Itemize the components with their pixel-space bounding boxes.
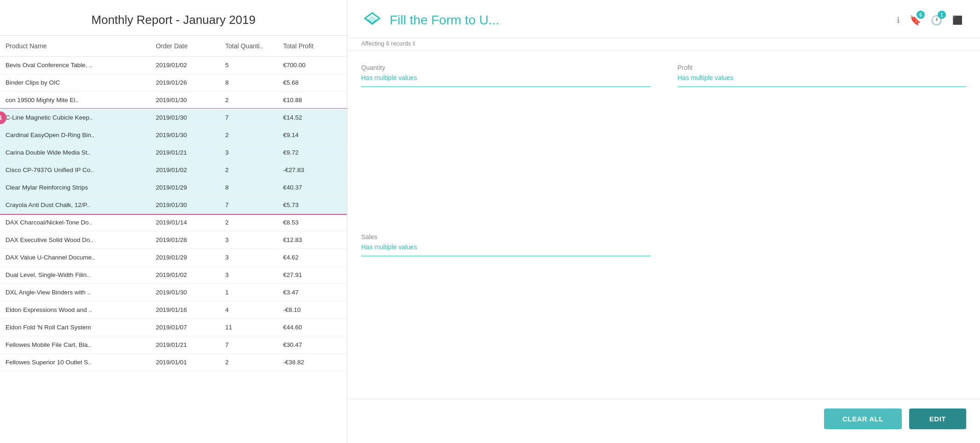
app-logo xyxy=(361,9,383,31)
cell-profit: €9.14 xyxy=(277,127,347,144)
history-button[interactable]: 🕐 1 xyxy=(928,12,945,29)
cell-profit: -€38.82 xyxy=(277,354,347,371)
cell-order-date: 2019/01/21 xyxy=(150,336,220,354)
cell-product-name: DXL Angle-View Binders with .. xyxy=(0,284,150,301)
cell-profit: €5.73 xyxy=(277,196,347,214)
cell-profit: €27.91 xyxy=(277,266,347,284)
header-actions: 🔖 6 🕐 1 ⬛ xyxy=(906,12,966,29)
cell-quantity: 1 xyxy=(220,284,278,301)
cell-quantity: 4 xyxy=(220,301,278,319)
table-row[interactable]: Clear Mylar Reinforcing Strips2019/01/29… xyxy=(0,179,347,196)
table-row[interactable]: Eldon Expressions Wood and ..2019/01/164… xyxy=(0,301,347,319)
cell-profit: €14.52 xyxy=(277,109,347,127)
cell-quantity: 7 xyxy=(220,196,278,214)
quantity-value[interactable]: Has multiple values xyxy=(361,74,650,87)
cell-order-date: 2019/01/29 xyxy=(150,249,220,266)
cell-product-name: DAX Executive Solid Wood Do.. xyxy=(0,231,150,249)
col-header-qty: Total Quanti.. xyxy=(220,36,278,57)
cell-profit: €44.60 xyxy=(277,319,347,336)
affecting-info-icon[interactable]: ℹ xyxy=(413,40,415,47)
bookmark-button[interactable]: 🔖 6 xyxy=(906,12,924,29)
cell-quantity: 3 xyxy=(220,266,278,284)
cell-product-name: Fellowes Superior 10 Outlet S.. xyxy=(0,354,150,371)
cell-quantity: 3 xyxy=(220,249,278,266)
cell-profit: €4.62 xyxy=(277,249,347,266)
cell-order-date: 2019/01/30 xyxy=(150,127,220,144)
profit-value[interactable]: Has multiple values xyxy=(678,74,967,87)
cell-quantity: 2 xyxy=(220,127,278,144)
table-row[interactable]: Eldon Fold 'N Roll Cart System2019/01/07… xyxy=(0,319,347,336)
cell-product-name: Fellowes Mobile File Cart, Bla.. xyxy=(0,336,150,354)
table-row[interactable]: Fellowes Superior 10 Outlet S..2019/01/0… xyxy=(0,354,347,371)
table-row[interactable]: DAX Charcoal/Nickel-Tone Do..2019/01/142… xyxy=(0,214,347,231)
cell-order-date: 2019/01/14 xyxy=(150,214,220,231)
table-container: Product Name Order Date Total Quanti.. T… xyxy=(0,36,347,443)
cell-quantity: 2 xyxy=(220,214,278,231)
bookmark-badge: 6 xyxy=(917,11,925,19)
edit-button[interactable]: EDIT xyxy=(909,408,966,429)
cell-profit: €9.72 xyxy=(277,144,347,161)
cell-order-date: 2019/01/30 xyxy=(150,284,220,301)
cell-order-date: 2019/01/29 xyxy=(150,179,220,196)
export-button[interactable]: ⬛ xyxy=(949,12,966,29)
cell-quantity: 8 xyxy=(220,179,278,196)
profit-label: Profit xyxy=(678,64,967,71)
profit-field-group: Profit Has multiple values xyxy=(678,64,967,217)
cell-order-date: 2019/01/30 xyxy=(150,196,220,214)
right-header: Fill the Form to U... ℹ 🔖 6 🕐 1 ⬛ xyxy=(347,0,980,38)
cell-order-date: 2019/01/21 xyxy=(150,144,220,161)
table-row[interactable]: Carina Double Wide Media St..2019/01/213… xyxy=(0,144,347,161)
cell-quantity: 7 xyxy=(220,109,278,127)
cell-profit: €40.37 xyxy=(277,179,347,196)
table-row[interactable]: 4C-Line Magnetic Cubicle Keep..2019/01/3… xyxy=(0,109,347,127)
table-body: Bevis Oval Conference Table, ..2019/01/0… xyxy=(0,57,347,371)
cell-profit: €12.83 xyxy=(277,231,347,249)
cell-quantity: 2 xyxy=(220,92,278,109)
table-row[interactable]: Dual Level, Single-Width Filin..2019/01/… xyxy=(0,266,347,284)
cell-profit: -€8.10 xyxy=(277,301,347,319)
info-icon[interactable]: ℹ xyxy=(897,15,900,25)
selection-badge: 4 xyxy=(0,111,6,124)
cell-product-name: Eldon Expressions Wood and .. xyxy=(0,301,150,319)
table-row[interactable]: DAX Executive Solid Wood Do..2019/01/283… xyxy=(0,231,347,249)
table-row[interactable]: Fellowes Mobile File Cart, Bla..2019/01/… xyxy=(0,336,347,354)
cell-order-date: 2019/01/26 xyxy=(150,74,220,92)
cell-profit: -€27.83 xyxy=(277,161,347,179)
cell-quantity: 3 xyxy=(220,231,278,249)
cell-order-date: 2019/01/28 xyxy=(150,231,220,249)
table-row[interactable]: Bevis Oval Conference Table, ..2019/01/0… xyxy=(0,57,347,74)
cell-product-name: Clear Mylar Reinforcing Strips xyxy=(0,179,150,196)
table-row[interactable]: Binder Clips by OIC2019/01/268€5.68 xyxy=(0,74,347,92)
clear-all-button[interactable]: CLEAR ALL xyxy=(824,408,902,429)
col-header-name: Product Name xyxy=(0,36,150,57)
table-row[interactable]: Cardinal EasyOpen D-Ring Bin..2019/01/30… xyxy=(0,127,347,144)
bottom-actions: CLEAR ALL EDIT xyxy=(347,399,980,443)
cell-product-name: Crayola Anti Dust Chalk, 12/P.. xyxy=(0,196,150,214)
cell-order-date: 2019/01/30 xyxy=(150,109,220,127)
cell-quantity: 5 xyxy=(220,57,278,74)
table-row[interactable]: DAX Value U-Channel Docume..2019/01/293€… xyxy=(0,249,347,266)
cell-order-date: 2019/01/16 xyxy=(150,301,220,319)
table-row[interactable]: con 19500 Mighty Mite El..2019/01/302€10… xyxy=(0,92,347,109)
col-header-profit: Total Profit xyxy=(277,36,347,57)
sales-value[interactable]: Has multiple values xyxy=(361,243,650,256)
cell-product-name: Cardinal EasyOpen D-Ring Bin.. xyxy=(0,127,150,144)
cell-product-name: DAX Charcoal/Nickel-Tone Do.. xyxy=(0,214,150,231)
cell-order-date: 2019/01/02 xyxy=(150,161,220,179)
cell-profit: €8.53 xyxy=(277,214,347,231)
table-row[interactable]: Crayola Anti Dust Chalk, 12/P..2019/01/3… xyxy=(0,196,347,214)
cell-order-date: 2019/01/07 xyxy=(150,319,220,336)
table-row[interactable]: DXL Angle-View Binders with ..2019/01/30… xyxy=(0,284,347,301)
cell-product-name: Eldon Fold 'N Roll Cart System xyxy=(0,319,150,336)
export-icon: ⬛ xyxy=(952,15,963,25)
cell-quantity: 3 xyxy=(220,144,278,161)
cell-product-name: DAX Value U-Channel Docume.. xyxy=(0,249,150,266)
cell-quantity: 2 xyxy=(220,354,278,371)
cell-product-name: Bevis Oval Conference Table, .. xyxy=(0,57,150,74)
cell-product-name: Carina Double Wide Media St.. xyxy=(0,144,150,161)
cell-product-name: Binder Clips by OIC xyxy=(0,74,150,92)
table-row[interactable]: Cisco CP-7937G Unified IP Co..2019/01/02… xyxy=(0,161,347,179)
cell-order-date: 2019/01/02 xyxy=(150,57,220,74)
cell-quantity: 8 xyxy=(220,74,278,92)
cell-order-date: 2019/01/01 xyxy=(150,354,220,371)
